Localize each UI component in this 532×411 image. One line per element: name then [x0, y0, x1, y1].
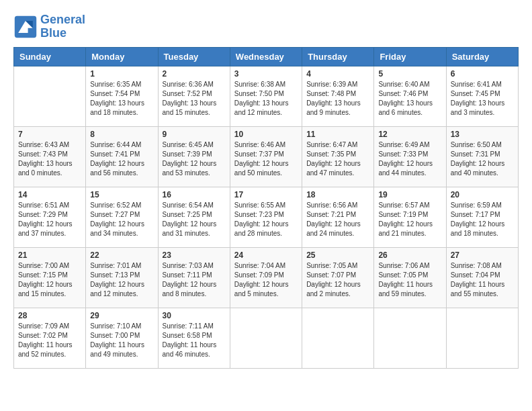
day-number: 24 [234, 250, 298, 260]
day-number: 7 [18, 130, 81, 139]
day-info: Sunrise: 6:59 AM Sunset: 7:17 PM Dayligh… [451, 201, 514, 238]
day-info: Sunrise: 6:45 AM Sunset: 7:39 PM Dayligh… [163, 140, 226, 178]
calendar-cell: 17Sunrise: 6:55 AM Sunset: 7:23 PM Dayli… [230, 187, 302, 247]
day-number: 5 [378, 69, 441, 79]
calendar-cell: 23Sunrise: 7:03 AM Sunset: 7:11 PM Dayli… [158, 247, 230, 308]
day-info: Sunrise: 7:10 AM Sunset: 7:00 PM Dayligh… [90, 322, 153, 359]
day-number: 6 [451, 69, 514, 79]
calendar-day-header: Tuesday [158, 47, 230, 66]
day-number: 16 [163, 190, 226, 199]
day-number: 10 [234, 130, 298, 139]
day-number: 27 [451, 250, 514, 260]
day-info: Sunrise: 6:50 AM Sunset: 7:31 PM Dayligh… [451, 140, 514, 178]
logo-text: General Blue [40, 13, 85, 40]
day-info: Sunrise: 7:05 AM Sunset: 7:07 PM Dayligh… [306, 261, 369, 299]
calendar-cell [230, 308, 302, 368]
day-number: 3 [234, 69, 298, 79]
calendar-day-header: Wednesday [230, 47, 302, 66]
day-info: Sunrise: 6:56 AM Sunset: 7:21 PM Dayligh… [306, 201, 369, 238]
day-info: Sunrise: 6:54 AM Sunset: 7:25 PM Dayligh… [163, 201, 226, 238]
day-info: Sunrise: 7:09 AM Sunset: 7:02 PM Dayligh… [18, 322, 81, 359]
calendar-week-row: 1Sunrise: 6:35 AM Sunset: 7:54 PM Daylig… [14, 66, 519, 126]
calendar-cell: 5Sunrise: 6:40 AM Sunset: 7:46 PM Daylig… [374, 66, 446, 126]
calendar-week-row: 21Sunrise: 7:00 AM Sunset: 7:15 PM Dayli… [14, 247, 519, 308]
day-number: 12 [378, 130, 441, 139]
calendar-cell: 29Sunrise: 7:10 AM Sunset: 7:00 PM Dayli… [86, 308, 158, 368]
calendar-day-header: Thursday [302, 47, 374, 66]
calendar-cell: 6Sunrise: 6:41 AM Sunset: 7:45 PM Daylig… [446, 66, 518, 126]
calendar-body: 1Sunrise: 6:35 AM Sunset: 7:54 PM Daylig… [14, 66, 519, 368]
calendar-cell: 22Sunrise: 7:01 AM Sunset: 7:13 PM Dayli… [86, 247, 158, 308]
day-info: Sunrise: 7:08 AM Sunset: 7:04 PM Dayligh… [451, 261, 514, 299]
day-number: 22 [90, 250, 153, 260]
day-info: Sunrise: 6:38 AM Sunset: 7:50 PM Dayligh… [234, 80, 298, 118]
day-info: Sunrise: 6:46 AM Sunset: 7:37 PM Dayligh… [234, 140, 298, 178]
day-number: 28 [18, 311, 81, 320]
day-info: Sunrise: 7:06 AM Sunset: 7:05 PM Dayligh… [378, 261, 441, 299]
day-info: Sunrise: 7:03 AM Sunset: 7:11 PM Dayligh… [163, 261, 226, 299]
day-number: 15 [90, 190, 153, 199]
calendar-cell: 26Sunrise: 7:06 AM Sunset: 7:05 PM Dayli… [374, 247, 446, 308]
day-number: 11 [306, 130, 369, 139]
day-info: Sunrise: 6:55 AM Sunset: 7:23 PM Dayligh… [234, 201, 298, 238]
day-number: 4 [306, 69, 369, 79]
day-number: 17 [234, 190, 298, 199]
day-number: 2 [163, 69, 226, 79]
calendar-cell: 12Sunrise: 6:49 AM Sunset: 7:33 PM Dayli… [374, 126, 446, 187]
calendar-table: SundayMondayTuesdayWednesdayThursdayFrid… [13, 47, 519, 369]
day-info: Sunrise: 6:52 AM Sunset: 7:27 PM Dayligh… [90, 201, 153, 238]
calendar-cell: 11Sunrise: 6:47 AM Sunset: 7:35 PM Dayli… [302, 126, 374, 187]
calendar-day-header: Monday [86, 47, 158, 66]
calendar-cell: 19Sunrise: 6:57 AM Sunset: 7:19 PM Dayli… [374, 187, 446, 247]
calendar-cell: 15Sunrise: 6:52 AM Sunset: 7:27 PM Dayli… [86, 187, 158, 247]
logo: General Blue [13, 13, 85, 40]
calendar-cell: 21Sunrise: 7:00 AM Sunset: 7:15 PM Dayli… [14, 247, 86, 308]
day-number: 13 [451, 130, 514, 139]
day-number: 21 [18, 250, 81, 260]
day-info: Sunrise: 6:49 AM Sunset: 7:33 PM Dayligh… [378, 140, 441, 178]
day-info: Sunrise: 7:11 AM Sunset: 6:58 PM Dayligh… [163, 322, 226, 359]
day-number: 30 [163, 311, 226, 320]
day-info: Sunrise: 6:51 AM Sunset: 7:29 PM Dayligh… [18, 201, 81, 238]
day-number: 9 [163, 130, 226, 139]
day-info: Sunrise: 7:04 AM Sunset: 7:09 PM Dayligh… [234, 261, 298, 299]
calendar-day-header: Sunday [14, 47, 86, 66]
calendar-cell [374, 308, 446, 368]
page-header: General Blue [13, 13, 519, 40]
calendar-week-row: 28Sunrise: 7:09 AM Sunset: 7:02 PM Dayli… [14, 308, 519, 368]
day-number: 29 [90, 311, 153, 320]
calendar-cell: 10Sunrise: 6:46 AM Sunset: 7:37 PM Dayli… [230, 126, 302, 187]
calendar-cell: 20Sunrise: 6:59 AM Sunset: 7:17 PM Dayli… [446, 187, 518, 247]
day-info: Sunrise: 6:47 AM Sunset: 7:35 PM Dayligh… [306, 140, 369, 178]
day-info: Sunrise: 6:39 AM Sunset: 7:48 PM Dayligh… [306, 80, 369, 118]
calendar-cell [446, 308, 518, 368]
calendar-cell: 9Sunrise: 6:45 AM Sunset: 7:39 PM Daylig… [158, 126, 230, 187]
day-info: Sunrise: 6:57 AM Sunset: 7:19 PM Dayligh… [378, 201, 441, 238]
day-number: 23 [163, 250, 226, 260]
calendar-cell: 16Sunrise: 6:54 AM Sunset: 7:25 PM Dayli… [158, 187, 230, 247]
calendar-cell [302, 308, 374, 368]
calendar-cell: 8Sunrise: 6:44 AM Sunset: 7:41 PM Daylig… [86, 126, 158, 187]
day-number: 1 [90, 69, 153, 79]
day-number: 20 [451, 190, 514, 199]
day-info: Sunrise: 6:41 AM Sunset: 7:45 PM Dayligh… [451, 80, 514, 118]
day-number: 19 [378, 190, 441, 199]
day-info: Sunrise: 6:35 AM Sunset: 7:54 PM Dayligh… [90, 80, 153, 118]
calendar-day-header: Friday [374, 47, 446, 66]
calendar-cell: 2Sunrise: 6:36 AM Sunset: 7:52 PM Daylig… [158, 66, 230, 126]
day-number: 8 [90, 130, 153, 139]
calendar-cell: 30Sunrise: 7:11 AM Sunset: 6:58 PM Dayli… [158, 308, 230, 368]
calendar-cell: 24Sunrise: 7:04 AM Sunset: 7:09 PM Dayli… [230, 247, 302, 308]
day-number: 18 [306, 190, 369, 199]
day-info: Sunrise: 6:36 AM Sunset: 7:52 PM Dayligh… [163, 80, 226, 118]
day-info: Sunrise: 7:00 AM Sunset: 7:15 PM Dayligh… [18, 261, 81, 299]
calendar-cell: 27Sunrise: 7:08 AM Sunset: 7:04 PM Dayli… [446, 247, 518, 308]
calendar-cell: 28Sunrise: 7:09 AM Sunset: 7:02 PM Dayli… [14, 308, 86, 368]
day-number: 25 [306, 250, 369, 260]
day-number: 14 [18, 190, 81, 199]
calendar-cell: 7Sunrise: 6:43 AM Sunset: 7:43 PM Daylig… [14, 126, 86, 187]
day-number: 26 [378, 250, 441, 260]
day-info: Sunrise: 7:01 AM Sunset: 7:13 PM Dayligh… [90, 261, 153, 299]
calendar-header-row: SundayMondayTuesdayWednesdayThursdayFrid… [14, 47, 519, 66]
calendar-cell [14, 66, 86, 126]
